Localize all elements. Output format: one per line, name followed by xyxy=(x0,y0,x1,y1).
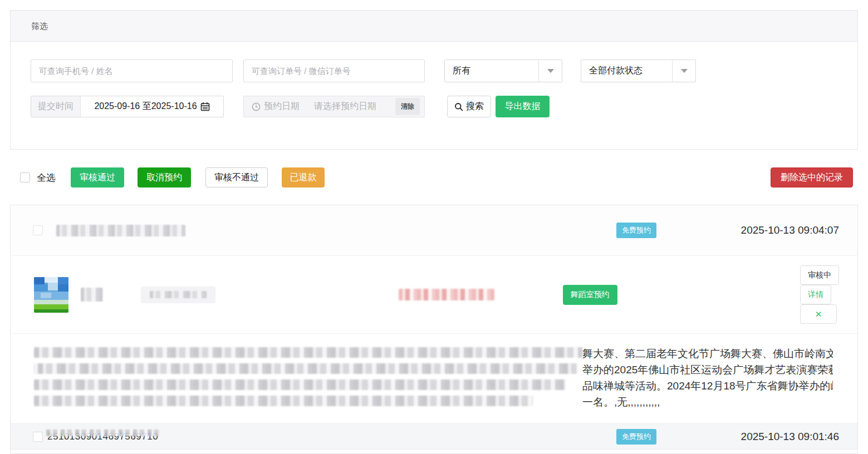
record-thumbnail-image[interactable] xyxy=(34,277,68,313)
select-all-checkbox[interactable] xyxy=(20,172,30,182)
free-booking-badge: 免费预约 xyxy=(616,223,656,238)
filter-panel: 筛选 所有 全部付款状态 提交时间 2025-09-16 至2025-10-16 xyxy=(10,10,858,150)
record-actions: 审核中 详情 ✕ xyxy=(800,265,839,324)
calendar-icon xyxy=(200,102,210,111)
description-line: 举办的2025年佛山市社区运动会广场舞才艺表演赛荣获第一 xyxy=(582,362,833,378)
batch-actions-toolbar: 全选 审核通过 取消预约 审核不通过 已退款 删除选中的记录 xyxy=(20,167,853,187)
submit-time-range-picker[interactable]: 提交时间 2025-09-16 至2025-10-16 xyxy=(31,96,224,117)
chevron-down-icon xyxy=(672,60,695,82)
search-icon xyxy=(454,102,463,111)
redacted-booking-time xyxy=(399,289,494,300)
close-icon[interactable]: ✕ xyxy=(800,304,837,324)
booking-date-picker[interactable]: 预约日期 请选择预约日期 清除 xyxy=(243,96,425,117)
order-number-search-input[interactable] xyxy=(243,60,425,82)
redacted-overlay xyxy=(46,430,159,436)
record-description-row: 舞大赛、第二届老年文化节广场舞大赛、佛山市岭南文脉 品味 举办的2025年佛山市… xyxy=(11,334,857,423)
records-list-panel: 免费预约 2025-10-13 09:04:07 xyxy=(10,205,858,454)
description-line: 品味禅城等活动。2024年12月18号广东省舞协举办的岭南健康 xyxy=(582,378,833,394)
description-line: 一名。,无,,,,,,,,,,, xyxy=(582,394,833,410)
description-text: 舞大赛、第二届老年文化节广场舞大赛、佛山市岭南文脉 品味 举办的2025年佛山市… xyxy=(582,346,833,410)
phone-name-search-input[interactable] xyxy=(31,60,233,82)
record-detail-row: 舞蹈室预约 审核中 详情 ✕ xyxy=(11,256,857,334)
redacted-order-number xyxy=(56,225,185,236)
booking-date-placeholder: 请选择预约日期 xyxy=(314,101,395,112)
record-timestamp: 2025-10-13 09:04:07 xyxy=(733,224,839,236)
record-timestamp: 2025-10-13 09:01:46 xyxy=(733,431,839,443)
search-button[interactable]: 搜索 xyxy=(447,96,491,117)
type-select-value: 所有 xyxy=(445,60,538,82)
room-booking-badge: 舞蹈室预约 xyxy=(563,285,617,305)
chevron-down-icon xyxy=(538,60,562,82)
approve-button[interactable]: 审核通过 xyxy=(71,167,124,187)
filter-panel-title: 筛选 xyxy=(11,11,857,42)
payment-select-value: 全部付款状态 xyxy=(581,60,672,82)
redacted-description-block xyxy=(34,346,582,410)
clear-booking-date-button[interactable]: 清除 xyxy=(395,98,420,115)
submit-time-value: 2025-09-16 至2025-10-16 xyxy=(94,101,197,112)
redacted-text xyxy=(150,291,207,298)
refunded-button[interactable]: 已退款 xyxy=(282,167,325,187)
detail-button[interactable]: 详情 xyxy=(800,285,831,304)
booking-date-label: 预约日期 xyxy=(264,101,300,112)
select-all-label: 全选 xyxy=(37,171,56,184)
clock-icon xyxy=(252,102,261,111)
row-checkbox[interactable] xyxy=(33,225,43,235)
filter-panel-body: 所有 全部付款状态 提交时间 2025-09-16 至2025-10-16 xyxy=(11,42,857,149)
search-button-label: 搜索 xyxy=(466,101,484,112)
row-checkbox[interactable] xyxy=(33,432,43,442)
status-under-review-button[interactable]: 审核中 xyxy=(800,265,839,285)
record-summary-row: 25101309014697569710 免费预约 2025-10-13 09:… xyxy=(11,423,857,450)
cancel-booking-button[interactable]: 取消预约 xyxy=(138,167,191,187)
redacted-info-pill xyxy=(141,287,215,303)
export-data-button[interactable]: 导出数据 xyxy=(496,96,550,117)
redacted-user-name xyxy=(81,288,103,302)
type-select[interactable]: 所有 xyxy=(444,60,562,82)
submit-time-label: 提交时间 xyxy=(31,96,81,117)
description-line: 舞大赛、第二届老年文化节广场舞大赛、佛山市岭南文脉 品味 xyxy=(582,346,833,362)
delete-selected-button[interactable]: 删除选中的记录 xyxy=(771,167,853,187)
payment-status-select[interactable]: 全部付款状态 xyxy=(581,60,696,82)
record-summary-row: 免费预约 2025-10-13 09:04:07 xyxy=(11,205,857,256)
free-booking-badge: 免费预约 xyxy=(616,429,656,445)
reject-button[interactable]: 审核不通过 xyxy=(205,167,268,187)
